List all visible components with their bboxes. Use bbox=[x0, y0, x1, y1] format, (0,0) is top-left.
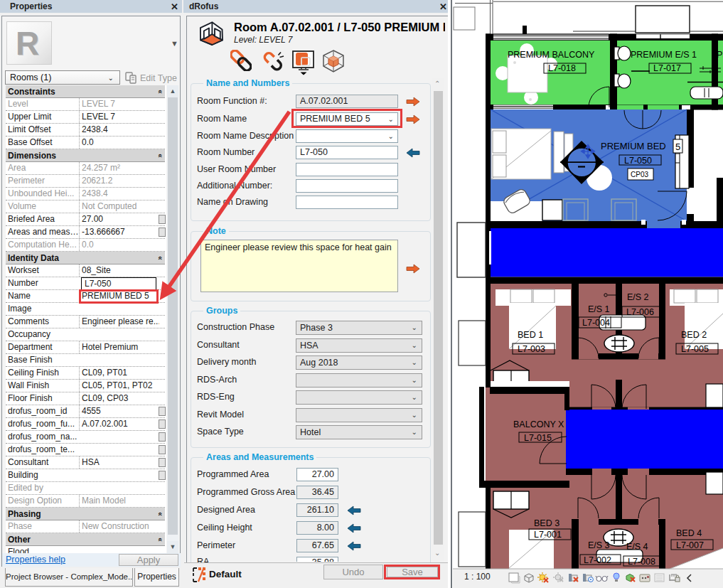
svg-text:L7-015: L7-015 bbox=[524, 433, 552, 443]
svg-text:L7-003: L7-003 bbox=[518, 344, 545, 354]
svg-text:PR: PR bbox=[717, 50, 723, 60]
svg-text:BED 4: BED 4 bbox=[676, 528, 702, 538]
svg-text:E/S 1: E/S 1 bbox=[588, 304, 610, 314]
svg-text:E/S 3: E/S 3 bbox=[588, 540, 610, 550]
svg-text:CP03: CP03 bbox=[631, 171, 648, 178]
svg-text:BED 2: BED 2 bbox=[681, 330, 707, 340]
svg-text:L7-002: L7-002 bbox=[584, 555, 611, 565]
svg-text:PREMIUM BED: PREMIUM BED bbox=[601, 141, 666, 151]
svg-text:L7-004: L7-004 bbox=[582, 318, 610, 328]
svg-text:1 : 100: 1 : 100 bbox=[464, 572, 491, 582]
svg-text:E/S 2: E/S 2 bbox=[627, 292, 649, 302]
svg-text:PREMIUM BALCONY: PREMIUM BALCONY bbox=[508, 50, 595, 60]
svg-text:L7-050: L7-050 bbox=[624, 156, 652, 166]
svg-text:5: 5 bbox=[675, 141, 680, 152]
svg-text:L7-017: L7-017 bbox=[653, 63, 681, 73]
svg-text:PREMIUM E/S 1: PREMIUM E/S 1 bbox=[631, 50, 697, 60]
svg-text:BED 3: BED 3 bbox=[534, 518, 559, 528]
svg-text:BALCONY X: BALCONY X bbox=[513, 419, 564, 429]
svg-text:BED 1: BED 1 bbox=[518, 330, 543, 340]
svg-text:L7-006: L7-006 bbox=[626, 307, 654, 317]
svg-text:L7-005: L7-005 bbox=[681, 344, 709, 354]
svg-text:L7-007: L7-007 bbox=[676, 540, 704, 550]
svg-text:L7-018: L7-018 bbox=[548, 63, 576, 73]
svg-text:L7-001: L7-001 bbox=[534, 530, 562, 540]
svg-text:L7-008: L7-008 bbox=[628, 557, 655, 567]
svg-text:E/S 4: E/S 4 bbox=[626, 542, 648, 552]
